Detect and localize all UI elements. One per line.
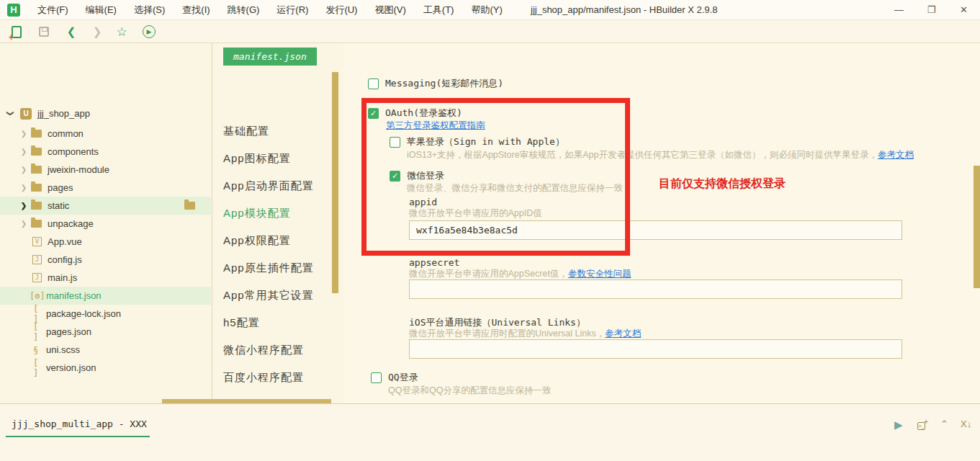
tree-item-label: config.js	[48, 254, 82, 265]
tree-item-app-vue[interactable]: V App.vue	[0, 233, 211, 251]
close-button[interactable]: ✕	[948, 0, 980, 19]
title-bar: H 文件(F) 编辑(E) 选择(S) 查找(I) 跳转(G) 运行(R) 发行…	[0, 0, 980, 20]
nav-wechat-miniprogram-config[interactable]: 微信小程序配置	[223, 344, 304, 357]
favorite-button[interactable]: ☆	[114, 24, 130, 40]
qq-login-checkbox[interactable]	[371, 372, 382, 383]
tree-item-label: version.json	[46, 362, 96, 373]
tree-item-label: jjj_shop_app	[37, 108, 90, 119]
wechat-login-description: 微信登录、微信分享和微信支付的配置信息应保持一致	[407, 182, 623, 194]
universal-links-input[interactable]	[409, 339, 902, 359]
uniapp-project-icon: U	[20, 108, 32, 120]
tree-item-jweixin-module[interactable]: ❯ jweixin-module	[0, 161, 211, 179]
nav-app-permission-config[interactable]: App权限配置	[223, 234, 291, 248]
nav-app-icon-config[interactable]: App图标配置	[223, 152, 291, 166]
menu-run[interactable]: 运行(R)	[269, 1, 315, 19]
messaging-option[interactable]: Messaging(短彩邮件消息)	[368, 77, 503, 90]
tree-item-label: static	[48, 200, 69, 211]
wechat-login-checkbox[interactable]: ✓	[390, 171, 400, 182]
messaging-checkbox[interactable]	[368, 79, 379, 89]
manifest-config-nav: manifest.json 基础配置 App图标配置 App启动界面配置 App…	[212, 43, 343, 403]
menu-view[interactable]: 视图(V)	[367, 1, 413, 19]
nav-vertical-scrollbar[interactable]	[332, 72, 338, 293]
play-icon: ▶	[894, 419, 903, 431]
nav-app-native-plugin-config[interactable]: App原生插件配置	[223, 261, 314, 275]
appsecret-security-link[interactable]: 参数安全性问题	[568, 269, 631, 279]
oauth-option[interactable]: ✓ OAuth(登录鉴权)	[368, 107, 462, 120]
save-icon	[39, 27, 49, 37]
tree-item-config-js[interactable]: J config.js	[0, 251, 211, 269]
tree-root-jjj-shop-app[interactable]: ❯ U jjj_shop_app	[0, 104, 211, 122]
folder-icon	[31, 148, 42, 156]
console-run-button[interactable]: ▶	[894, 419, 903, 431]
tree-item-label: uni.scss	[46, 344, 80, 355]
menu-goto[interactable]: 跳转(G)	[220, 1, 267, 19]
chevron-right-icon[interactable]: ❯	[19, 220, 28, 228]
tree-item-pages-json[interactable]: [ ] pages.json	[0, 323, 211, 341]
chevron-right-icon[interactable]: ❯	[19, 166, 28, 174]
new-terminal-button[interactable]: >_	[917, 419, 925, 431]
chevron-right-icon[interactable]: ❯	[19, 130, 28, 138]
menu-select[interactable]: 选择(S)	[127, 1, 172, 19]
tree-item-pages[interactable]: ❯ pages	[0, 179, 211, 197]
tree-item-label: unpackage	[48, 218, 94, 229]
manifest-json-tab[interactable]: manifest.json	[223, 48, 317, 66]
tree-item-package-lock-json[interactable]: [ ] package-lock.json	[0, 305, 211, 323]
console-tab[interactable]: jjj_shop_multi_app - XXX	[12, 419, 147, 429]
new-file-button[interactable]	[9, 24, 24, 40]
save-button[interactable]	[36, 24, 52, 40]
apple-login-option[interactable]: 苹果登录（Sign in with Apple）	[390, 135, 565, 148]
chevron-right-icon[interactable]: ❯	[19, 148, 28, 156]
nav-app-other-settings[interactable]: App常用其它设置	[223, 289, 314, 303]
tree-item-components[interactable]: ❯ components	[0, 143, 211, 161]
json-file-icon: [ ]	[30, 322, 42, 342]
tree-item-version-json[interactable]: [ ] version.json	[0, 359, 211, 377]
menu-publish[interactable]: 发行(U)	[318, 1, 364, 19]
nav-app-module-config[interactable]: App模块配置	[223, 207, 291, 220]
oauth-guide-link[interactable]: 第三方登录鉴权配置指南	[386, 120, 485, 130]
js-file-icon: J	[32, 255, 42, 264]
console-tab-underline	[6, 436, 150, 437]
oauth-checkbox[interactable]: ✓	[368, 108, 379, 119]
nav-h5-config[interactable]: h5配置	[223, 316, 260, 330]
menu-tools[interactable]: 工具(T)	[416, 1, 462, 19]
content-vertical-scrollbar[interactable]	[974, 166, 980, 288]
nav-baidu-miniprogram-config[interactable]: 百度小程序配置	[223, 371, 304, 385]
tree-item-unpackage[interactable]: ❯ unpackage	[0, 215, 211, 233]
universal-links-doc-link[interactable]: 参考文档	[605, 328, 641, 339]
chevron-right-icon[interactable]: ❯	[19, 202, 28, 210]
forward-button[interactable]: ❯	[89, 24, 105, 40]
appsecret-input[interactable]	[409, 279, 902, 299]
window-controls: — ❐ ✕	[883, 0, 980, 19]
run-button[interactable]: ▶	[141, 24, 157, 40]
clear-close-console-button[interactable]: X↓	[961, 419, 971, 429]
chevron-right-icon[interactable]: ❯	[19, 184, 28, 192]
tree-item-common[interactable]: ❯ common	[0, 125, 211, 143]
tree-item-static[interactable]: ❯ static	[0, 197, 211, 215]
chevron-expanded-icon[interactable]: ❯	[6, 109, 14, 118]
tree-item-label: pages	[48, 182, 73, 193]
apple-login-doc-link[interactable]: 参考文档	[878, 150, 914, 160]
minimize-button[interactable]: —	[883, 0, 915, 19]
back-button[interactable]: ❮	[63, 24, 79, 40]
tree-item-uni-scss[interactable]: § uni.scss	[0, 341, 211, 359]
nav-app-launch-screen-config[interactable]: App启动界面配置	[223, 179, 314, 193]
apple-login-checkbox[interactable]	[390, 137, 400, 148]
restore-button[interactable]: ❐	[915, 0, 948, 19]
menu-edit[interactable]: 编辑(E)	[78, 1, 124, 19]
vue-file-icon: V	[32, 237, 42, 246]
folder-icon	[31, 130, 42, 138]
tree-item-label: manifest.json	[46, 290, 102, 301]
menu-help[interactable]: 帮助(Y)	[464, 1, 509, 19]
wechat-login-option[interactable]: ✓ 微信登录	[390, 169, 444, 182]
chevron-up-icon: ⌃	[940, 419, 948, 429]
qq-login-option[interactable]: QQ登录	[371, 371, 418, 384]
scss-file-icon: §	[30, 345, 42, 355]
menu-file[interactable]: 文件(F)	[30, 1, 76, 19]
nav-basic-config[interactable]: 基础配置	[223, 125, 269, 138]
tree-item-manifest-json[interactable]: [⚙] manifest.json	[0, 287, 211, 305]
tree-item-main-js[interactable]: J main.js	[0, 269, 211, 287]
appid-input[interactable]	[409, 220, 902, 240]
collapse-panel-button[interactable]: ⌃	[940, 419, 948, 429]
menu-find[interactable]: 查找(I)	[175, 1, 217, 19]
console-panel: jjj_shop_multi_app - XXX ▶ >_ ⌃ X↓	[0, 403, 980, 461]
